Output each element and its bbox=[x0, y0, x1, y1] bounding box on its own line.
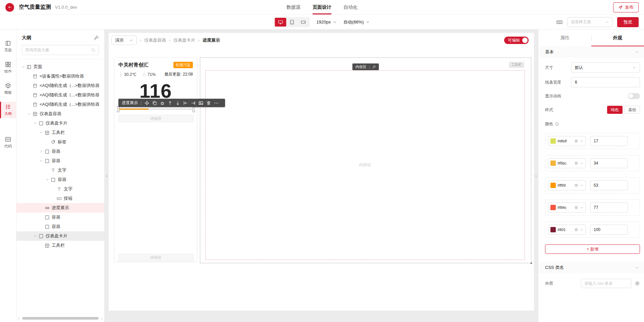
content-area[interactable]: 内容区 bbox=[205, 70, 525, 260]
style-stripe-button[interactable]: 条纹 bbox=[625, 106, 640, 114]
line-width-input[interactable] bbox=[575, 80, 636, 85]
publish-button[interactable]: 发布 bbox=[613, 2, 639, 12]
dashboard-card-empty[interactable]: 内容区 | 工具栏 内容区 bbox=[200, 57, 531, 263]
delete-icon[interactable] bbox=[205, 99, 212, 107]
editable-toggle[interactable]: 可编辑 bbox=[504, 37, 529, 44]
artboard[interactable]: 演示 › 仪表盘容器 › 仪表盘卡片 › 进度展示 可编辑 中关村青创汇 bbox=[109, 33, 534, 311]
tree-item-text[interactable]: 文字 bbox=[16, 184, 104, 194]
page-select[interactable]: 演示 bbox=[111, 36, 137, 45]
gear-icon[interactable] bbox=[635, 281, 640, 286]
clear-icon[interactable] bbox=[574, 228, 578, 232]
to-left-icon[interactable] bbox=[181, 99, 189, 107]
breadcrumb-dashboard-card[interactable]: 仪表盘卡片 bbox=[173, 37, 195, 43]
section-css-class[interactable]: CSS 类名 bbox=[538, 262, 644, 273]
animation-toggle[interactable] bbox=[628, 93, 640, 99]
breadcrumb-dashboard-container[interactable]: 仪表盘容器 bbox=[144, 37, 166, 43]
tree-item-page[interactable]: 页面 bbox=[16, 62, 104, 72]
tree-item-container[interactable]: 容器 bbox=[16, 213, 104, 222]
content-area-badge[interactable]: 内容区 | bbox=[353, 63, 379, 70]
back-button[interactable] bbox=[5, 3, 14, 12]
size-select[interactable]: 默认 bbox=[571, 62, 640, 73]
tree-item-tag[interactable]: 标签 bbox=[16, 137, 104, 147]
style-solid-button[interactable]: 纯色 bbox=[607, 106, 623, 114]
to-right-icon[interactable] bbox=[189, 99, 197, 107]
color-select[interactable]: #ff99 bbox=[548, 180, 586, 190]
chevron-down-icon[interactable] bbox=[27, 112, 31, 116]
copy-icon[interactable] bbox=[151, 99, 158, 107]
tree-item-data-provider[interactable]: <AQI随机生成（...>数据供给器 bbox=[16, 81, 104, 90]
add-color-button[interactable]: + 新增 bbox=[545, 244, 640, 254]
rail-item-outline[interactable]: 大纲 bbox=[0, 102, 16, 118]
clear-icon[interactable] bbox=[574, 183, 578, 187]
tree-item-data-provider[interactable]: <AQI随机生成（...>数据供给器 bbox=[16, 100, 104, 109]
more-icon[interactable] bbox=[212, 99, 220, 107]
chevron-down-icon[interactable] bbox=[33, 121, 37, 125]
device-phone-button[interactable] bbox=[298, 18, 309, 27]
rail-item-components[interactable]: 组件 bbox=[0, 59, 16, 76]
tree-item-toolbar[interactable]: 工具栏 bbox=[16, 128, 104, 137]
tree-item-button[interactable]: 按钮 bbox=[16, 194, 104, 203]
content-area-placeholder[interactable]: 内容区 bbox=[118, 115, 194, 122]
collapse-left-panel-handle[interactable]: ‹ bbox=[105, 169, 109, 183]
color-value-input[interactable] bbox=[594, 227, 624, 232]
chevron-down-icon[interactable] bbox=[45, 178, 49, 182]
chevron-down-icon[interactable] bbox=[21, 65, 25, 69]
breadcrumb-progress-display[interactable]: 进度展示 bbox=[203, 37, 220, 43]
chevron-down-icon[interactable] bbox=[39, 159, 43, 163]
tab-page-design[interactable]: 页面设计 bbox=[313, 0, 331, 14]
color-value-input[interactable] bbox=[594, 183, 624, 188]
search-input[interactable] bbox=[25, 48, 91, 52]
arrow-up-icon[interactable] bbox=[166, 99, 174, 107]
color-value-input[interactable] bbox=[594, 139, 624, 143]
tree-item-dashboard-card[interactable]: 仪表盘卡片 bbox=[16, 119, 104, 128]
horizontal-scrollbar[interactable]: ‹ › bbox=[17, 316, 104, 321]
color-select[interactable]: #f5bc bbox=[548, 158, 586, 168]
zoom-dropdown[interactable]: 自动(66%) bbox=[343, 19, 370, 25]
tree-item-container[interactable]: 容器 bbox=[16, 147, 104, 156]
content-area-placeholder[interactable]: 内容区 bbox=[118, 254, 194, 261]
preview-button[interactable]: 预览 bbox=[617, 17, 639, 27]
dashboard-card[interactable]: 中关村青创汇 轻度污染 30.2℃ 71% 最后更新: 22:08 116 bbox=[114, 57, 197, 262]
tab-datasource[interactable]: 数据源 bbox=[286, 0, 301, 14]
clear-icon[interactable] bbox=[574, 205, 578, 210]
color-select[interactable]: #dfe8 bbox=[548, 136, 586, 146]
pin-icon[interactable] bbox=[94, 35, 99, 41]
rail-item-code[interactable]: 代码 bbox=[0, 134, 16, 151]
color-select[interactable]: #801 bbox=[548, 225, 586, 235]
image-icon[interactable] bbox=[197, 99, 205, 107]
scroll-left-arrow[interactable]: ‹ bbox=[17, 316, 20, 320]
tab-automation[interactable]: 自动化 bbox=[343, 0, 358, 14]
chevron-down-icon[interactable] bbox=[33, 234, 37, 238]
tree-item-container[interactable]: 容器 bbox=[16, 175, 104, 184]
rail-item-templates[interactable]: 模板 bbox=[0, 81, 16, 97]
scroll-right-arrow[interactable]: › bbox=[100, 316, 104, 320]
section-basic[interactable]: 基本 bbox=[538, 46, 644, 58]
tree-item-toolbar[interactable]: 工具栏 bbox=[16, 241, 104, 250]
progress-display-element[interactable] bbox=[118, 107, 194, 111]
search-icon[interactable] bbox=[91, 48, 96, 52]
resize-handle[interactable] bbox=[117, 110, 119, 112]
color-value-input[interactable] bbox=[594, 161, 624, 166]
clear-icon[interactable] bbox=[574, 139, 578, 143]
keyboard-shortcuts-icon[interactable] bbox=[556, 19, 563, 26]
tree-item-text[interactable]: 文字 bbox=[16, 166, 104, 175]
tree-item-dashboard-card[interactable]: 仪表盘卡片 bbox=[16, 231, 104, 241]
move-icon[interactable] bbox=[143, 99, 151, 107]
info-icon[interactable] bbox=[555, 122, 559, 126]
tab-appearance[interactable]: 外观 bbox=[591, 30, 644, 46]
clear-icon[interactable] bbox=[574, 161, 578, 165]
bug-icon[interactable] bbox=[158, 99, 166, 107]
color-select[interactable]: #f84c bbox=[548, 202, 586, 213]
tab-properties[interactable]: 属性 bbox=[538, 30, 591, 46]
resize-corner-icon[interactable] bbox=[528, 260, 533, 265]
css-class-input[interactable] bbox=[584, 281, 628, 286]
tree-item-container[interactable]: 容器 bbox=[16, 156, 104, 166]
tree-item-container[interactable]: 容器 bbox=[16, 222, 104, 231]
tree-item-data-provider[interactable]: <设备属性>数据供给器 bbox=[16, 72, 104, 81]
tree-item-dashboard-container[interactable]: 仪表盘容器 bbox=[16, 109, 104, 119]
theme-select[interactable]: 请选择主题 bbox=[568, 17, 612, 27]
color-value-input[interactable] bbox=[594, 205, 624, 210]
tree-item-progress-display[interactable]: 进度展示 bbox=[16, 203, 104, 213]
chevron-right-icon[interactable] bbox=[39, 149, 43, 153]
device-tablet-button[interactable] bbox=[286, 18, 298, 27]
